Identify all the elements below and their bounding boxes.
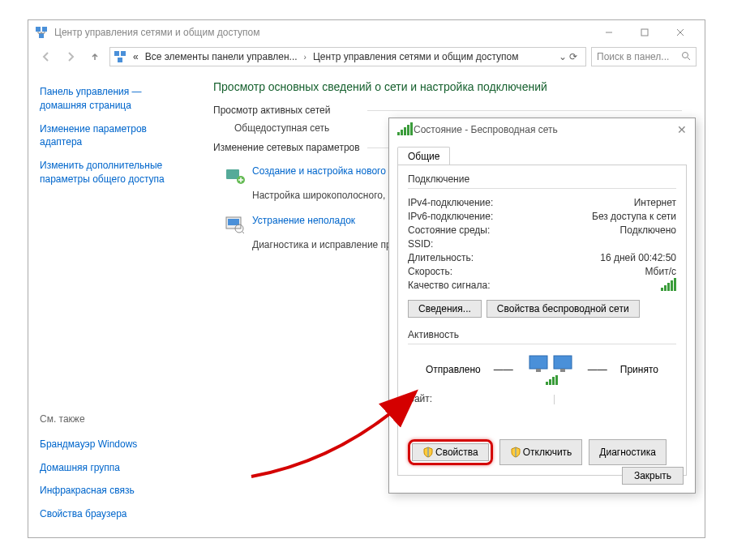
svg-rect-20 — [555, 375, 558, 385]
see-also-label: См. также — [40, 413, 179, 425]
chevron-right-icon: › — [301, 53, 310, 62]
ipv6-value: Без доступа к сети — [592, 211, 676, 222]
sidebar-homegroup-link[interactable]: Домашняя группа — [40, 461, 179, 475]
network-center-icon — [35, 26, 48, 39]
dialog-titlebar: Состояние - Беспроводная сеть ✕ — [389, 118, 695, 141]
svg-rect-4 — [114, 51, 119, 56]
uac-shield-icon — [422, 447, 434, 458]
activity-dash: —— — [588, 364, 607, 375]
activity-group-label: Активность — [408, 329, 676, 340]
properties-button[interactable]: Свойства — [412, 443, 489, 461]
breadcrumb-dropdown[interactable]: ⌄ ⟳ — [554, 51, 582, 62]
sidebar: Панель управления — домашняя страница Из… — [28, 69, 191, 537]
nav-forward-button[interactable] — [61, 47, 80, 66]
ipv4-label: IPv4-подключение: — [408, 197, 493, 208]
speed-label: Скорость: — [408, 266, 452, 277]
svg-point-7 — [683, 52, 688, 58]
ipv6-label: IPv6-подключение: — [408, 211, 493, 222]
ipv4-value: Интернет — [634, 197, 676, 208]
svg-rect-14 — [554, 356, 572, 369]
sidebar-infrared-link[interactable]: Инфракрасная связь — [40, 484, 179, 498]
svg-rect-6 — [118, 58, 122, 62]
svg-rect-16 — [560, 369, 565, 372]
ssid-label: SSID: — [408, 238, 433, 250]
nav-back-button[interactable] — [36, 47, 56, 66]
bytes-sent-value — [432, 393, 553, 404]
search-placeholder: Поиск в панел... — [597, 51, 669, 62]
wifi-status-dialog: Состояние - Беспроводная сеть ✕ Общие По… — [388, 118, 696, 494]
new-connection-icon — [225, 165, 246, 186]
activity-monitors-icon — [526, 353, 575, 387]
dialog-close-button[interactable]: ✕ — [677, 123, 687, 136]
sidebar-browser-props-link[interactable]: Свойства браузера — [40, 507, 179, 521]
sidebar-home-link[interactable]: Панель управления — домашняя страница — [40, 85, 179, 113]
tab-general[interactable]: Общие — [397, 147, 450, 165]
svg-rect-0 — [36, 27, 41, 32]
dialog-tabs: Общие — [389, 141, 695, 165]
svg-rect-3 — [641, 29, 648, 36]
media-state-value: Подключено — [620, 224, 676, 236]
duration-value: 16 дней 00:42:50 — [600, 252, 676, 263]
svg-rect-1 — [42, 27, 47, 32]
bytes-recv-value — [555, 393, 676, 404]
wifi-signal-icon — [397, 124, 409, 135]
disable-button[interactable]: Отключить — [499, 439, 583, 465]
troubleshoot-link[interactable]: Устранение неполадок — [252, 214, 355, 228]
page-heading: Просмотр основных сведений о сети и наст… — [213, 80, 682, 93]
nav-up-button[interactable] — [85, 47, 105, 66]
address-bar: « Все элементы панели управлен... › Цент… — [28, 45, 705, 69]
svg-rect-2 — [39, 33, 44, 38]
sidebar-sharing-settings-link[interactable]: Изменить дополнительные параметры общего… — [40, 159, 179, 186]
breadcrumb-item[interactable]: Центр управления сетями и общим доступом — [310, 51, 522, 62]
minimize-button[interactable] — [591, 21, 627, 44]
maximize-button[interactable] — [627, 21, 662, 44]
sidebar-adapter-settings-link[interactable]: Изменение параметров адаптера — [40, 122, 179, 150]
troubleshoot-icon — [225, 214, 246, 235]
search-input[interactable]: Поиск в панел... — [591, 47, 697, 66]
svg-rect-19 — [552, 377, 555, 385]
svg-rect-18 — [549, 379, 551, 385]
connection-group-label: Подключение — [408, 173, 676, 185]
breadcrumb-item[interactable]: Все элементы панели управлен... — [142, 51, 301, 62]
breadcrumb-bar[interactable]: « Все элементы панели управлен... › Цент… — [109, 47, 586, 66]
svg-rect-17 — [546, 382, 548, 385]
speed-value: Мбит/с — [645, 266, 676, 277]
svg-rect-5 — [121, 51, 126, 56]
duration-label: Длительность: — [408, 252, 474, 263]
active-networks-section: Просмотр активных сетей — [213, 105, 682, 116]
bytes-label: Байт: — [408, 393, 432, 404]
new-connection-link[interactable]: Создание и настройка нового п — [252, 165, 394, 178]
close-dialog-button[interactable]: Закрыть — [622, 467, 684, 485]
received-label: Принято — [620, 364, 658, 375]
uac-shield-icon — [510, 447, 521, 458]
signal-quality-bars — [661, 280, 676, 293]
close-button[interactable] — [662, 21, 698, 44]
svg-rect-8 — [226, 169, 239, 179]
window-title: Центр управления сетями и общим доступом — [54, 27, 260, 38]
properties-button-highlight: Свойства — [408, 439, 493, 465]
titlebar: Центр управления сетями и общим доступом — [28, 20, 705, 45]
media-state-label: Состояние среды: — [408, 224, 490, 236]
sent-label: Отправлено — [426, 364, 481, 375]
diagnostics-button[interactable]: Диагностика — [589, 439, 667, 465]
signal-quality-label: Качество сигнала: — [408, 280, 490, 293]
network-center-icon — [114, 50, 126, 63]
sidebar-firewall-link[interactable]: Брандмауэр Windows — [40, 438, 179, 451]
svg-rect-13 — [529, 356, 547, 369]
activity-dash: —— — [494, 364, 513, 375]
svg-rect-15 — [536, 369, 541, 372]
dialog-title: Состояние - Беспроводная сеть — [414, 124, 558, 135]
breadcrumb-pre[interactable]: « — [130, 51, 142, 62]
search-icon — [681, 51, 691, 63]
wireless-properties-button[interactable]: Свойства беспроводной сети — [487, 300, 640, 318]
svg-rect-11 — [228, 219, 239, 225]
details-button[interactable]: Сведения... — [408, 300, 482, 318]
